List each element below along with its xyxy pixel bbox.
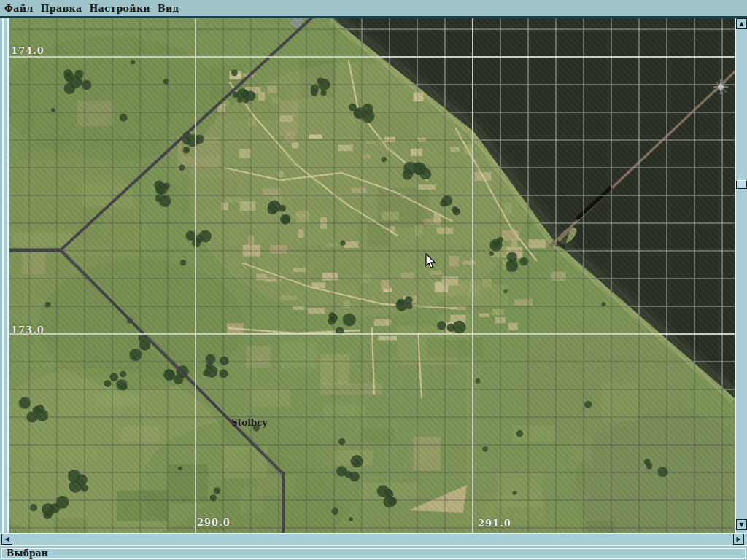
menubar: Файл Правка Настройки Вид <box>0 0 747 16</box>
down-arrow-icon: ▼ <box>739 521 743 528</box>
left-arrow-icon: ◀ <box>4 536 9 542</box>
status-text: Выбран <box>7 548 48 559</box>
mouse-cursor-icon <box>425 253 436 268</box>
map-canvas[interactable]: 174.0 173.0 290.0 291.0 Stolbcy <box>9 18 735 533</box>
scroll-left-button[interactable]: ◀ <box>1 534 12 545</box>
up-arrow-icon: ▲ <box>739 20 743 27</box>
scroll-up-button[interactable]: ▲ <box>736 18 747 29</box>
menu-item-settings[interactable]: Настройки <box>90 3 151 14</box>
right-arrow-icon: ▶ <box>736 536 740 542</box>
scroll-right-button[interactable]: ▶ <box>733 534 744 545</box>
left-vertical-scrollbar[interactable] <box>0 18 9 533</box>
menu-item-edit[interactable]: Правка <box>41 3 82 14</box>
right-vertical-scrollbar[interactable]: ▲ ▼ <box>735 18 747 533</box>
application-window: Файл Правка Настройки Вид 174.0 173.0 29… <box>0 0 747 560</box>
status-bar: Выбран <box>0 545 747 560</box>
map-decor-svg <box>9 18 735 533</box>
waypoint-marker[interactable] <box>713 79 729 95</box>
star-marker-icon <box>713 79 729 95</box>
horizontal-scrollbar[interactable]: ◀ ▶ <box>0 533 747 545</box>
menu-item-file[interactable]: Файл <box>4 3 34 14</box>
scroll-down-button[interactable]: ▼ <box>736 519 747 530</box>
status-panel: Выбран <box>1 548 746 559</box>
vertical-scrollbar-thumb[interactable] <box>736 180 747 189</box>
menu-item-view[interactable]: Вид <box>158 3 179 14</box>
